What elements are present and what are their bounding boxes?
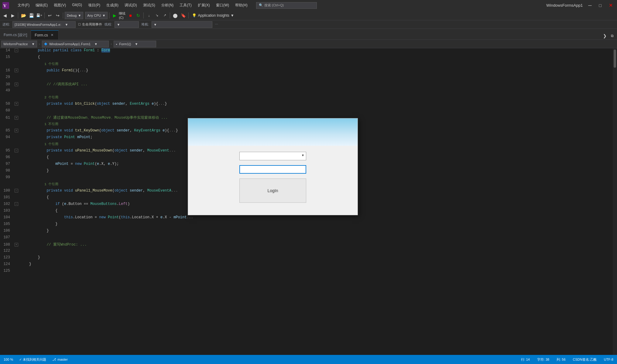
tab-right-btn[interactable]: ❯ [601, 32, 608, 39]
minimize-icon[interactable]: ─ [586, 3, 593, 8]
form-select-row [200, 152, 345, 160]
save-btn[interactable]: 💾 [28, 12, 35, 19]
stack-dropdown[interactable]: ▼ [152, 21, 212, 28]
cpu-config-dropdown[interactable]: Any CPU ▼ [85, 12, 108, 19]
menu-tools[interactable]: 工具(T) [177, 2, 194, 9]
save-all-btn[interactable]: 💾+ [36, 12, 43, 19]
code-line-122: 122 [0, 249, 617, 255]
toolbar: ◀ ▶ 📂 💾 💾+ ↩ ↪ Debug ▼ Any CPU ▼ ▶ 继续(C)… [0, 11, 617, 20]
sep7 [188, 12, 189, 19]
redo-btn[interactable]: ↪ [54, 12, 61, 19]
title-right: WindowsFormsApp1 ─ □ ✕ [546, 2, 615, 8]
hint-2ref: 2 个引用 [0, 95, 617, 102]
maximize-icon[interactable]: □ [597, 3, 603, 8]
menu-analyze[interactable]: 分析(N) [159, 2, 176, 9]
step-out-btn[interactable]: ↗ [161, 12, 168, 19]
form-username-input[interactable] [239, 165, 306, 174]
status-line[interactable]: 行: 14 [520, 357, 531, 362]
status-encoding[interactable]: CSDN签名:乙酰 [572, 357, 598, 362]
debug-config-arrow: ▼ [78, 14, 81, 17]
continue-btn[interactable]: 继续(C) [119, 12, 126, 19]
menu-extensions[interactable]: 扩展(X) [195, 2, 212, 9]
form-input-row [200, 165, 345, 174]
form-login-btn[interactable]: LogIn [239, 179, 306, 203]
scrollbar-thumb[interactable] [614, 49, 616, 68]
status-char[interactable]: 字符: 38 [536, 357, 550, 362]
status-bar: 100 % ✓ 未找到相关问题 ⎇ master 行: 14 字符: 38 列:… [0, 355, 617, 364]
title-bar: V 文件(F) 编辑(E) 视图(V) Git(G) 项目(P) 生成(B) 调… [0, 0, 617, 11]
git-branch-label: master [57, 358, 68, 361]
project-dropdown-label: WinformPracitce [3, 42, 28, 46]
bookmark-btn[interactable]: 🔖 [180, 12, 187, 19]
vertical-scrollbar[interactable] [613, 48, 617, 355]
nav-bar: WinformPracitce ▼ › 🔷 WindowsFormsApp1.F… [0, 40, 617, 48]
code-line-125: 125 [0, 269, 617, 275]
status-git-branch[interactable]: ⎇ master [51, 358, 69, 362]
menu-window[interactable]: 窗口(W) [214, 2, 231, 9]
split-editor-btn[interactable]: ⧉ [608, 32, 616, 39]
menu-view[interactable]: 视图(V) [51, 2, 68, 9]
application-insights-label: Application Insights [198, 13, 229, 18]
status-no-issues[interactable]: ✓ 未找到相关问题 [18, 357, 47, 362]
sep6 [170, 12, 170, 19]
start-btn[interactable]: ▶ [111, 12, 118, 19]
app-name-label: WindowsFormsApp1 [546, 3, 583, 8]
status-col[interactable]: 列: 56 [555, 357, 567, 362]
code-line-50: 50 + private void btn_Click(object sende… [0, 102, 617, 108]
code-line-30: 30 + // //调用系统API ... [0, 82, 617, 88]
member-dropdown-arrow: ▼ [135, 42, 138, 46]
debug-config-dropdown[interactable]: Debug ▼ [65, 12, 83, 19]
step-into-btn[interactable]: ↘ [153, 12, 160, 19]
project-dropdown[interactable]: WinformPracitce ▼ [1, 41, 37, 47]
ai-icon: 💡 [192, 13, 197, 18]
back-btn[interactable]: ◀ [1, 12, 9, 19]
thread-dropdown[interactable]: ▼ [115, 21, 139, 28]
open-file-btn[interactable]: 📂 [20, 12, 27, 19]
restart-btn[interactable]: ↻ [135, 12, 142, 19]
project-dropdown-arrow: ▼ [32, 42, 35, 46]
step-over-btn[interactable]: ↓ [145, 12, 153, 19]
checkbox-lifecycle[interactable]: ☐ 生命周期事件 [78, 22, 102, 27]
thread-label: 线程: [105, 22, 112, 27]
menu-test[interactable]: 测试(S) [141, 2, 158, 9]
debug-config-label: Debug [67, 14, 77, 17]
code-line-15: 15 { [0, 55, 617, 62]
tab-form-design[interactable]: Form.cs [设计] [0, 30, 31, 39]
sep1 [18, 12, 18, 19]
menu-build[interactable]: 生成(B) [104, 2, 121, 9]
undo-btn[interactable]: ↩ [46, 12, 53, 19]
tab-form-design-label: Form.cs [设计] [4, 32, 27, 38]
class-dropdown[interactable]: 🔷 WindowsFormsApp1.Form1 ▼ [42, 41, 109, 47]
form-login-label: LogIn [267, 188, 278, 193]
tab-form-cs[interactable]: Form.cs ✕ [31, 30, 58, 39]
status-zoom[interactable]: 100 % [2, 358, 14, 361]
breakpoint-btn[interactable]: ⬤ [172, 12, 179, 19]
menu-debug[interactable]: 调试(D) [122, 2, 139, 9]
member-dropdown[interactable]: ⬥ Form1() ▼ [114, 41, 156, 47]
title-search-box[interactable]: 🔍 搜索 (Ctrl+Q) [256, 2, 317, 9]
forward-btn[interactable]: ▶ [9, 12, 16, 19]
menu-project[interactable]: 项目(P) [86, 2, 103, 9]
tab-bar: Form.cs [设计] Form.cs ✕ ❯ ⧉ [0, 29, 617, 40]
menu-edit[interactable]: 编辑(E) [33, 2, 50, 9]
form-select[interactable] [239, 152, 306, 160]
code-line-124: 124 } [0, 262, 617, 269]
close-icon[interactable]: ✕ [607, 2, 615, 8]
search-placeholder: 搜索 (Ctrl+Q) [264, 3, 284, 8]
menu-file[interactable]: 文件(F) [15, 2, 32, 9]
code-line-108: 108 + // 重写WndProc: ... [0, 242, 617, 249]
nav-separator-1: › [39, 42, 40, 46]
process-label: 进程: [2, 22, 10, 27]
code-line-60: 60 [0, 108, 617, 115]
process-dropdown[interactable]: [31036] WindowsFormsApp1.e: ▼ [12, 21, 76, 28]
form-btn-row: LogIn [200, 179, 345, 203]
status-utf8[interactable]: UTF-8 [603, 357, 615, 362]
menu-git[interactable]: Git(G) [70, 2, 84, 9]
stack-extra-btn[interactable]: ⋯ [215, 22, 218, 26]
code-line-49: 49 [0, 88, 617, 95]
stop-btn[interactable]: ■ [127, 12, 134, 19]
application-insights-btn[interactable]: 💡 Application Insights ▼ [190, 13, 236, 18]
status-zoom-label: 100 % [4, 358, 13, 361]
menu-help[interactable]: 帮助(H) [233, 2, 250, 9]
tab-close-btn[interactable]: ✕ [50, 33, 55, 38]
